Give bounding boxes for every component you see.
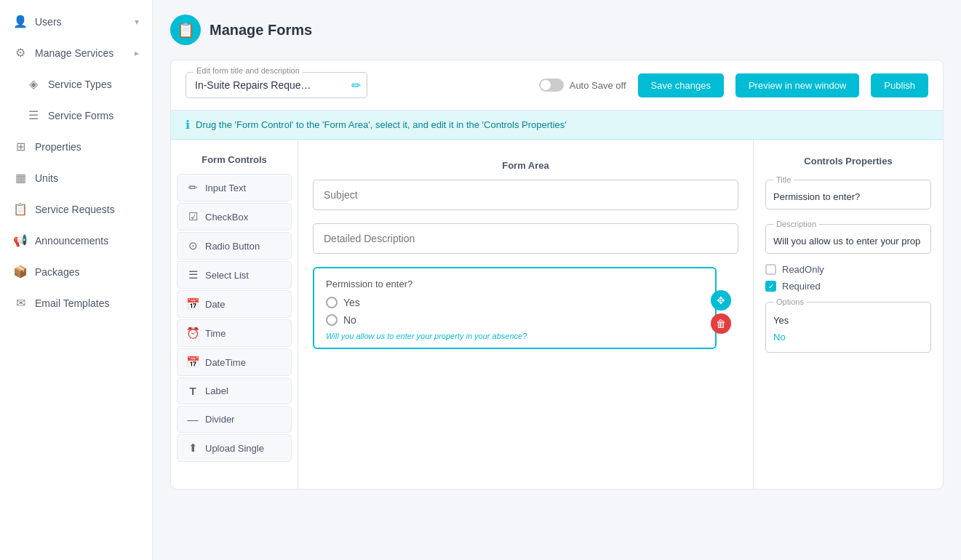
required-checkbox[interactable]: ✓ [765, 281, 776, 292]
sidebar-item-service-types[interactable]: ◈ Service Types [0, 68, 152, 100]
control-time[interactable]: ⏰ Time [177, 319, 292, 347]
service-types-icon: ◈ [26, 77, 41, 91]
subject-field[interactable] [313, 180, 738, 210]
upload-single-icon: ⬆ [186, 441, 199, 455]
sidebar-item-packages[interactable]: 📦 Packages [0, 256, 152, 287]
chevron-down-icon: ▾ [135, 17, 139, 27]
sidebar-item-users[interactable]: 👤 Users ▾ [0, 6, 152, 37]
save-changes-button[interactable]: Save changes [638, 73, 724, 97]
readonly-checkbox[interactable] [765, 264, 776, 275]
sidebar-item-service-forms[interactable]: ☰ Service Forms [0, 100, 152, 131]
info-icon: ℹ [186, 118, 190, 132]
publish-button[interactable]: Publish [871, 73, 928, 97]
control-divider[interactable]: — Divider [177, 406, 292, 433]
form-columns: Form Controls ✏ Input Text ☑ CheckBox ⊙ … [171, 140, 943, 489]
email-templates-icon: ✉ [13, 296, 28, 310]
autosave-wrapper: Auto Save off [539, 79, 626, 92]
control-label: Label [205, 385, 228, 396]
properties-icon: ⊞ [13, 140, 28, 153]
main-content: 📋 Manage Forms Edit form title and descr… [153, 0, 961, 560]
sidebar-item-properties[interactable]: ⊞ Properties [0, 131, 152, 162]
autosave-label: Auto Save off [570, 80, 626, 91]
page-header: 📋 Manage Forms [170, 15, 944, 45]
control-checkbox[interactable]: ☑ CheckBox [177, 203, 292, 231]
users-icon: 👤 [13, 15, 28, 28]
form-controls-header: Form Controls [177, 148, 292, 174]
service-requests-icon: 📋 [13, 202, 28, 216]
control-select-list[interactable]: ☰ Select List [177, 261, 292, 289]
control-label: Upload Single [205, 443, 264, 454]
units-icon: ▦ [13, 171, 28, 185]
sidebar-item-announcements[interactable]: 📢 Announcements [0, 225, 152, 256]
chevron-right-icon: ▸ [135, 48, 139, 58]
props-options-group: Options Yes No [765, 297, 931, 353]
radio-option-no[interactable]: No [326, 314, 703, 326]
announcements-icon: 📢 [13, 233, 28, 247]
date-icon: 📅 [186, 297, 199, 311]
info-bar: ℹ Drug the 'Form Control' to the 'Form A… [171, 111, 943, 140]
control-upload-single[interactable]: ⬆ Upload Single [177, 434, 292, 462]
sidebar-item-label: Units [35, 172, 58, 184]
title-fieldset: Title [765, 175, 931, 209]
controls-props-header: Controls Properties [765, 150, 931, 175]
required-row[interactable]: ✓ Required [765, 281, 931, 292]
sidebar-item-manage-services[interactable]: ⚙ Manage Services ▸ [0, 37, 152, 68]
control-label: Time [205, 328, 226, 339]
form-title-wrapper: Edit form title and description ✏ [186, 72, 367, 98]
divider-icon: — [186, 413, 199, 425]
form-title-input[interactable] [195, 79, 340, 91]
description-field[interactable] [313, 223, 738, 254]
required-label: Required [782, 281, 821, 292]
options-fieldset: Options Yes No [765, 297, 931, 353]
radio-option-yes[interactable]: Yes [326, 297, 703, 308]
radio-block-title: Permission to enter? [326, 279, 703, 289]
service-forms-icon: ☰ [26, 108, 41, 122]
description-input[interactable] [773, 236, 923, 247]
options-fieldset-legend: Options [773, 297, 807, 306]
control-datetime[interactable]: 📅 DateTime [177, 348, 292, 376]
autosave-toggle[interactable] [539, 79, 564, 92]
sidebar-item-units[interactable]: ▦ Units [0, 162, 152, 193]
option-no: No [773, 329, 923, 345]
radio-circle-yes [326, 297, 338, 308]
readonly-row[interactable]: ReadOnly [765, 264, 931, 275]
readonly-label: ReadOnly [782, 264, 824, 275]
page-header-icon: 📋 [170, 15, 201, 45]
controls-properties-column: Controls Properties Title Description [754, 140, 943, 489]
manage-services-icon: ⚙ [13, 46, 28, 60]
control-date[interactable]: 📅 Date [177, 290, 292, 318]
checkmark-icon: ✓ [768, 282, 774, 290]
sidebar-item-service-requests[interactable]: 📋 Service Requests [0, 193, 152, 225]
edit-title-icon[interactable]: ✏ [351, 79, 361, 92]
sidebar-item-label: Service Types [48, 79, 112, 90]
props-description-group: Description [765, 220, 931, 254]
control-label: Radio Button [205, 241, 260, 252]
sidebar-item-email-templates[interactable]: ✉ Email Templates [0, 287, 152, 319]
form-toolbar: Edit form title and description ✏ Auto S… [171, 60, 943, 111]
radio-block[interactable]: Permission to enter? Yes No Will you all… [313, 267, 717, 349]
control-label: Date [205, 299, 225, 310]
sidebar-item-label: Announcements [35, 235, 108, 247]
info-bar-message: Drug the 'Form Control' to the 'Form Are… [196, 119, 567, 130]
delete-button[interactable]: 🗑 [711, 313, 731, 334]
control-radio-button[interactable]: ⊙ Radio Button [177, 232, 292, 260]
radio-no-label: No [343, 314, 356, 326]
checkbox-icon: ☑ [186, 210, 199, 223]
control-label: DateTime [205, 357, 246, 368]
option-yes: Yes [773, 312, 923, 329]
label-icon: T [186, 385, 199, 397]
options-list: Yes No [773, 312, 923, 346]
control-label[interactable]: T Label [177, 377, 292, 404]
preview-button[interactable]: Preview in new window [735, 73, 859, 97]
title-input[interactable] [773, 191, 923, 202]
select-list-icon: ☰ [186, 268, 199, 281]
radio-hint: Will you allow us to enter your property… [326, 332, 703, 340]
control-input-text[interactable]: ✏ Input Text [177, 174, 292, 201]
sidebar-item-label: Properties [35, 141, 81, 153]
sidebar-item-label: Manage Services [35, 47, 113, 59]
move-button[interactable]: ✥ [711, 290, 731, 311]
input-text-icon: ✏ [186, 181, 199, 194]
control-label: CheckBox [205, 212, 248, 223]
form-title-label: Edit form title and description [194, 66, 303, 75]
sidebar-item-label: Users [35, 16, 62, 28]
